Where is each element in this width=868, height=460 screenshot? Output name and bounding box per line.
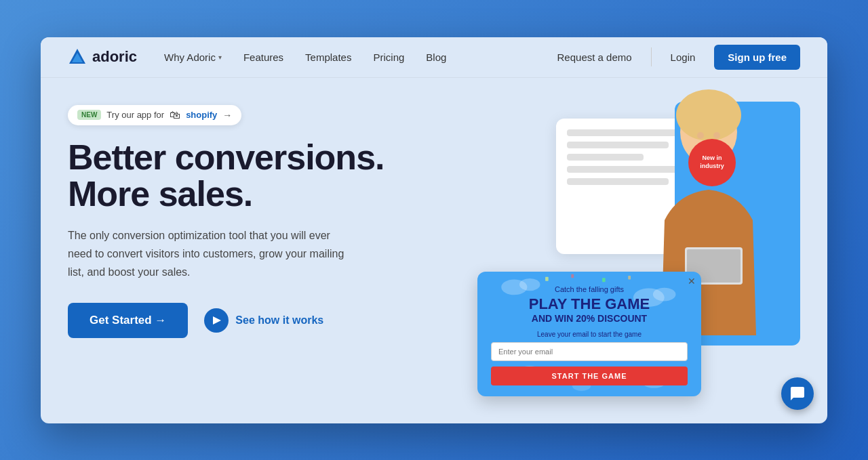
svg-rect-18: [545, 277, 549, 281]
svg-rect-21: [628, 276, 631, 279]
new-industry-badge: New in industry: [688, 139, 736, 186]
hero-section: NEW Try our app for 🛍 shopify → Better c…: [41, 78, 827, 423]
nav-pricing[interactable]: Pricing: [373, 51, 404, 63]
popup-content: ✕ Catch the falling gifts PLAY THE GAME …: [477, 272, 701, 396]
logo-text: adoric: [92, 48, 137, 66]
popup-win-text: AND WIN 20% DISCOUNT: [491, 313, 688, 324]
nav-links: Why Adoric ▾ Features Templates Pricing …: [164, 51, 549, 63]
svg-point-3: [676, 89, 741, 141]
play-triangle-icon: [213, 316, 221, 325]
shopify-icon: 🛍: [170, 109, 180, 121]
badge-brand: shopify: [186, 110, 217, 120]
nav-features[interactable]: Features: [243, 51, 283, 63]
hero-actions: Get Started → See how it works: [68, 303, 471, 338]
nav-divider: [651, 47, 652, 66]
login-button[interactable]: Login: [663, 46, 704, 68]
nav-actions: Request a demo Login Sign up free: [549, 45, 800, 70]
game-popup: ✕ Catch the falling gifts PLAY THE GAME …: [477, 272, 701, 396]
chevron-down-icon: ▾: [218, 54, 222, 61]
signup-button[interactable]: Sign up free: [714, 45, 800, 70]
popup-email-input[interactable]: [491, 342, 688, 361]
svg-point-8: [713, 132, 720, 139]
popup-start-button[interactable]: START THE GAME: [491, 367, 688, 385]
chat-button[interactable]: [781, 377, 814, 410]
svg-point-7: [697, 132, 704, 139]
navbar: adoric Why Adoric ▾ Features Templates P…: [41, 37, 827, 78]
hero-description: The only conversion optimization tool th…: [68, 226, 353, 282]
get-started-button[interactable]: Get Started →: [68, 303, 188, 338]
request-demo-button[interactable]: Request a demo: [549, 46, 640, 68]
popup-play-title: PLAY THE GAME: [491, 296, 688, 312]
hero-title-line1: Better conversions.: [68, 138, 384, 177]
see-how-label: See how it works: [235, 314, 323, 327]
new-app-badge[interactable]: NEW Try our app for 🛍 shopify →: [68, 105, 241, 125]
popup-leave-text: Leave your email to start the game: [491, 331, 688, 338]
badge-arrow: →: [222, 110, 232, 121]
hero-title: Better conversions. More sales.: [68, 139, 471, 213]
badge-line1: New in: [702, 154, 722, 163]
badge-text: Try our app for: [106, 110, 164, 120]
logo[interactable]: adoric: [68, 47, 137, 66]
nav-blog[interactable]: Blog: [426, 51, 446, 63]
hero-content: NEW Try our app for 🛍 shopify → Better c…: [68, 98, 471, 410]
logo-icon: [68, 47, 87, 66]
see-how-button[interactable]: See how it works: [204, 308, 323, 333]
nav-why-adoric[interactable]: Why Adoric ▾: [164, 51, 222, 63]
popup-catch-text: Catch the falling gifts: [491, 285, 688, 293]
badge-line2: industry: [700, 163, 724, 171]
popup-close-button[interactable]: ✕: [688, 276, 696, 287]
hero-visual: New in industry: [471, 98, 800, 410]
svg-rect-20: [602, 278, 606, 282]
chat-icon: [789, 385, 806, 402]
hero-title-line2: More sales.: [68, 174, 252, 213]
nav-templates[interactable]: Templates: [305, 51, 351, 63]
new-label: NEW: [77, 110, 101, 120]
svg-rect-19: [571, 274, 574, 278]
play-icon: [204, 308, 229, 333]
